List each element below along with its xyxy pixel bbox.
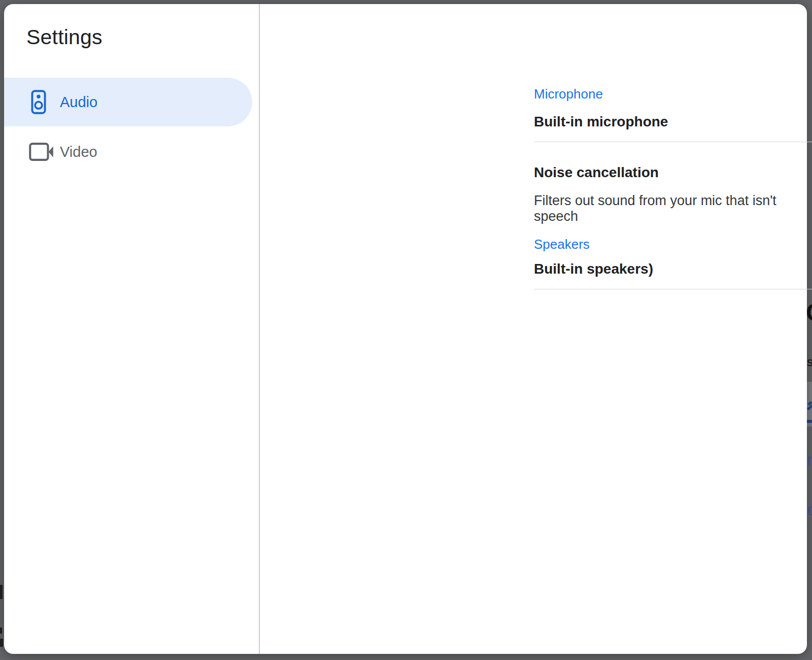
background-fragment-shape	[807, 420, 812, 423]
background-fragment-text: e	[807, 500, 812, 519]
microphone-select-value: Built-in microphone	[534, 114, 668, 130]
noise-cancellation-description: Filters out sound from your mic that isn…	[534, 193, 807, 224]
speakers-section-label: Speakers	[534, 237, 590, 252]
speaker-box-icon	[29, 90, 48, 114]
background-fragment-shape	[0, 585, 3, 599]
video-camera-icon	[29, 142, 54, 161]
settings-dialog: Settings Audio Video	[4, 4, 807, 654]
sidebar-item-label: Audio	[60, 94, 97, 111]
microphone-select[interactable]: Built-in microphone	[534, 111, 812, 142]
sidebar-item-label: Video	[60, 144, 97, 160]
noise-cancellation-title: Noise cancellation	[534, 164, 659, 181]
speakers-select[interactable]: Built-in speakers)	[534, 258, 812, 289]
dialog-title: Settings	[26, 25, 103, 49]
microphone-section-label: Microphone	[534, 86, 603, 102]
settings-main-panel: Microphone Built-in microphone Noise can…	[260, 4, 807, 654]
sidebar-item-video[interactable]: Video	[4, 135, 252, 169]
background-fragment-shape	[0, 639, 3, 647]
sidebar-item-audio[interactable]: Audio	[4, 78, 252, 126]
background-fragment-shape	[0, 628, 2, 634]
background-fragment-text: n	[807, 450, 812, 469]
speakers-select-value: Built-in speakers)	[534, 261, 653, 277]
settings-sidebar: Settings Audio Video	[4, 4, 260, 654]
background-fragment-text: s	[807, 355, 812, 369]
